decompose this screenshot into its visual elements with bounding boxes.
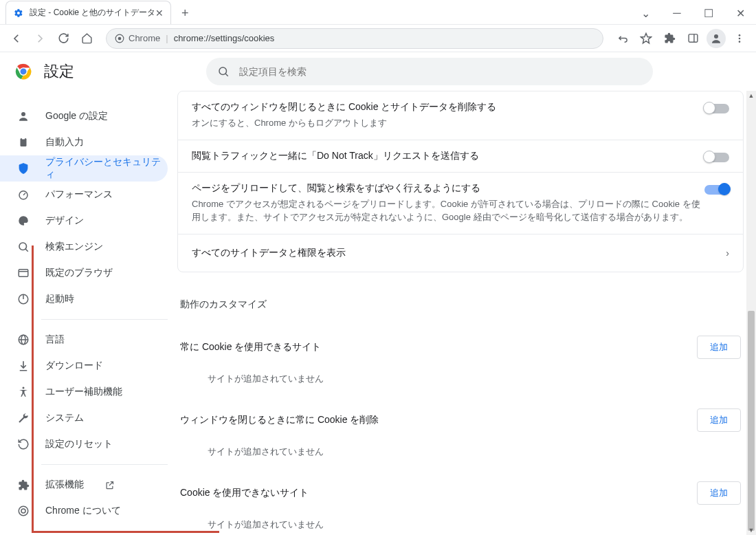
add-button-clear[interactable]: 追加 bbox=[697, 408, 741, 432]
window-close-icon[interactable]: ✕ bbox=[724, 2, 756, 24]
page-scrollbar[interactable]: ▲ ▼ bbox=[746, 91, 756, 535]
window-minimize-icon[interactable]: ─ bbox=[661, 2, 693, 24]
menu-icon[interactable] bbox=[730, 29, 749, 48]
sidebar: Google の設定 自動入力 プライバシーとセキュリティ パフォーマンス デザ… bbox=[0, 91, 177, 535]
svg-point-29 bbox=[21, 509, 25, 513]
window-maximize-icon[interactable]: ☐ bbox=[693, 2, 724, 24]
puzzle-icon bbox=[16, 479, 30, 491]
sidebar-item-google[interactable]: Google の設定 bbox=[0, 103, 168, 129]
sidebar-item-label: 拡張機能 bbox=[45, 479, 84, 491]
svg-line-13 bbox=[225, 74, 228, 76]
reset-icon bbox=[16, 438, 30, 450]
main-panel: すべてのウィンドウを閉じるときに Cookie とサイトデータを削除するオンにす… bbox=[177, 91, 756, 535]
toggle-close-delete[interactable] bbox=[704, 104, 729, 113]
setting-preload: ページをプリロードして、閲覧と検索をすばやく行えるようにするChrome でアク… bbox=[178, 173, 743, 234]
sidebar-item-startup[interactable]: 起動時 bbox=[0, 286, 168, 312]
sidebar-item-default-browser[interactable]: 既定のブラウザ bbox=[0, 260, 168, 286]
chevron-right-icon: › bbox=[726, 248, 729, 259]
settings-search[interactable] bbox=[206, 58, 653, 85]
sidebar-item-performance[interactable]: パフォーマンス bbox=[0, 182, 168, 208]
sidebar-item-language[interactable]: 言語 bbox=[0, 327, 168, 353]
external-link-icon bbox=[104, 480, 115, 490]
sidebar-item-label: デザイン bbox=[45, 215, 84, 227]
browser-tab[interactable]: 設定 - Cookie と他のサイトデータ ✕ bbox=[5, 1, 171, 24]
profile-icon[interactable] bbox=[707, 29, 726, 48]
clipboard-icon bbox=[16, 136, 30, 149]
setting-close-delete: すべてのウィンドウを閉じるときに Cookie とサイトデータを削除するオンにす… bbox=[178, 91, 743, 140]
extensions-icon[interactable] bbox=[660, 29, 679, 48]
shield-icon bbox=[16, 162, 30, 175]
sidepanel-icon[interactable] bbox=[683, 29, 702, 48]
scrollbar-thumb[interactable] bbox=[748, 311, 755, 531]
sidebar-item-reset[interactable]: 設定のリセット bbox=[0, 431, 168, 457]
globe-icon bbox=[16, 334, 30, 346]
sidebar-item-accessibility[interactable]: ユーザー補助機能 bbox=[0, 379, 168, 405]
setting-dnt: 閲覧トラフィックと一緒に「Do Not Track」リクエストを送信する bbox=[178, 140, 743, 173]
back-button[interactable] bbox=[7, 29, 26, 48]
scroll-up-icon[interactable]: ▲ bbox=[746, 91, 756, 100]
address-bar[interactable]: Chrome | chrome://settings/cookies bbox=[106, 28, 603, 49]
search-input[interactable] bbox=[239, 66, 642, 77]
behavior-clear-on-close: ウィンドウを閉じるときに常に Cookie を削除 追加 bbox=[180, 402, 741, 439]
sidebar-item-privacy[interactable]: プライバシーとセキュリティ bbox=[0, 155, 168, 182]
browser-icon bbox=[16, 267, 30, 279]
svg-point-18 bbox=[19, 243, 27, 250]
person-icon bbox=[16, 110, 30, 122]
url-text: chrome://settings/cookies bbox=[174, 33, 275, 43]
svg-point-27 bbox=[23, 387, 25, 389]
sidebar-item-system[interactable]: システム bbox=[0, 405, 168, 431]
home-button[interactable] bbox=[77, 29, 96, 48]
new-tab-button[interactable]: + bbox=[175, 3, 194, 23]
sidebar-item-label: 自動入力 bbox=[45, 136, 84, 149]
toggle-dnt[interactable] bbox=[704, 153, 729, 162]
add-button-allow[interactable]: 追加 bbox=[697, 336, 741, 359]
sidebar-item-label: パフォーマンス bbox=[45, 188, 113, 201]
bookmark-icon[interactable] bbox=[636, 29, 656, 48]
behavior-block: Cookie を使用できないサイト 追加 bbox=[180, 474, 741, 512]
sidebar-item-label: 起動時 bbox=[45, 293, 74, 305]
svg-point-28 bbox=[19, 506, 28, 516]
accessibility-icon bbox=[16, 386, 30, 398]
window-dropdown-icon[interactable]: ⌄ bbox=[630, 2, 661, 24]
svg-rect-15 bbox=[21, 138, 27, 146]
svg-point-7 bbox=[739, 41, 741, 43]
add-button-block[interactable]: 追加 bbox=[697, 481, 741, 505]
sidebar-item-extensions[interactable]: 拡張機能 bbox=[0, 472, 168, 498]
toggle-preload[interactable] bbox=[704, 185, 729, 195]
svg-point-12 bbox=[219, 67, 227, 75]
speed-icon bbox=[16, 188, 30, 201]
svg-point-10 bbox=[21, 69, 26, 74]
search-icon bbox=[217, 65, 230, 78]
power-icon bbox=[16, 293, 30, 305]
svg-point-1 bbox=[118, 36, 122, 40]
sidebar-item-design[interactable]: デザイン bbox=[0, 208, 168, 234]
chrome-icon bbox=[16, 505, 30, 517]
share-icon[interactable] bbox=[613, 29, 632, 48]
tab-title: 設定 - Cookie と他のサイトデータ bbox=[30, 7, 155, 19]
svg-rect-20 bbox=[19, 270, 28, 277]
site-chip: Chrome bbox=[115, 33, 160, 43]
svg-rect-2 bbox=[689, 34, 698, 42]
sidebar-item-label: プライバシーとセキュリティ bbox=[45, 156, 168, 181]
close-tab-icon[interactable]: ✕ bbox=[155, 8, 164, 19]
forward-button[interactable] bbox=[30, 29, 49, 48]
chrome-logo-icon bbox=[15, 63, 32, 80]
sidebar-item-about[interactable]: Chrome について bbox=[0, 498, 168, 524]
empty-message: サイトが追加されていません bbox=[180, 439, 741, 474]
sidebar-item-download[interactable]: ダウンロード bbox=[0, 353, 168, 379]
download-icon bbox=[16, 360, 30, 372]
svg-point-14 bbox=[21, 112, 25, 116]
empty-message: サイトが追加されていません bbox=[180, 512, 741, 534]
sidebar-item-autofill[interactable]: 自動入力 bbox=[0, 129, 168, 155]
svg-point-6 bbox=[739, 37, 741, 39]
reload-button[interactable] bbox=[54, 29, 73, 48]
sidebar-item-label: 言語 bbox=[45, 334, 65, 346]
palette-icon bbox=[16, 215, 30, 227]
search-icon bbox=[16, 241, 30, 253]
scroll-down-icon[interactable]: ▼ bbox=[746, 525, 756, 535]
link-all-site-data[interactable]: すべてのサイトデータと権限を表示 › bbox=[178, 234, 743, 272]
sidebar-item-label: Google の設定 bbox=[45, 110, 108, 122]
sidebar-item-label: ユーザー補助機能 bbox=[45, 386, 122, 398]
sidebar-item-label: 検索エンジン bbox=[45, 241, 103, 253]
sidebar-item-search[interactable]: 検索エンジン bbox=[0, 234, 168, 260]
